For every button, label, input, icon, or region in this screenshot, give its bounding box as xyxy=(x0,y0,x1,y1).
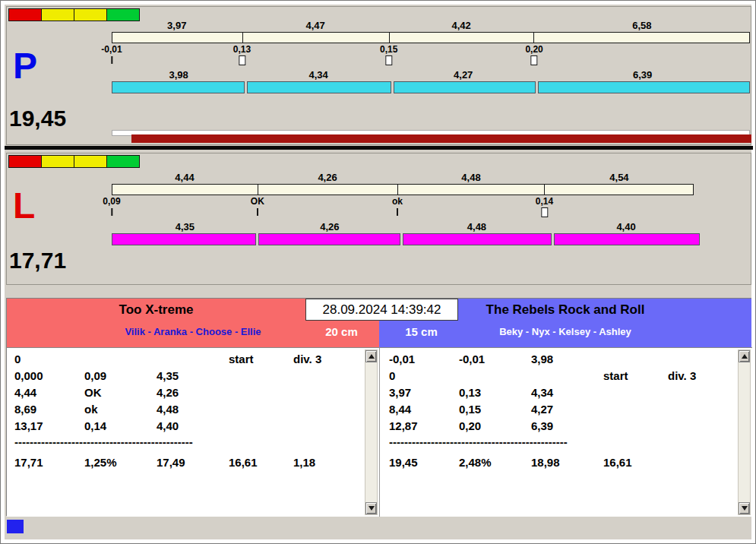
table-cell xyxy=(229,368,293,384)
tick-marker-box xyxy=(239,55,245,65)
table-row: 0,0000,094,35 xyxy=(14,368,379,384)
table-cell: 4,40 xyxy=(157,418,229,435)
tick-2: ok xyxy=(392,196,403,216)
tick-3: 0,20 xyxy=(525,44,542,65)
table-cell xyxy=(531,368,603,384)
lane-L-splits-bar xyxy=(112,233,700,245)
scroll-down-button[interactable] xyxy=(739,502,750,514)
table-row: 0startdiv. 3 xyxy=(389,368,752,384)
tick-0: -0,01 xyxy=(101,44,122,64)
legend-red-segment xyxy=(8,155,42,168)
table-cell: 19,45 xyxy=(389,454,459,471)
tick-label: 0,13 xyxy=(233,44,251,55)
table-cell xyxy=(459,368,531,384)
table-row: 13,170,144,40 xyxy=(14,418,379,435)
table-separator: ----------------------------------------… xyxy=(389,436,752,448)
split-label: 4,26 xyxy=(258,221,402,233)
table-cell: 4,26 xyxy=(157,384,229,401)
table-rows: -0,01-0,013,980startdiv. 33,970,134,348,… xyxy=(389,351,752,435)
lane-L-bars: 4,44 4,26 4,48 4,54 0,09 OK xyxy=(112,172,750,245)
upper-splits-bar xyxy=(112,184,694,195)
lane-P-splits-bar xyxy=(112,81,750,93)
team-right-distance: 15 cm xyxy=(393,325,450,338)
arrow-down-icon xyxy=(742,506,748,511)
section-divider xyxy=(5,146,753,150)
table-rows: 0startdiv. 30,0000,094,354,44OK4,268,69o… xyxy=(14,351,379,435)
table-row: 4,44OK4,26 xyxy=(14,384,379,401)
race-progress-fill xyxy=(131,134,751,143)
results-table-right: -0,01-0,013,980startdiv. 33,970,134,348,… xyxy=(379,347,752,517)
split-segment xyxy=(112,233,256,245)
split-segment xyxy=(554,233,701,245)
table-cell: 0,000 xyxy=(14,368,84,384)
table-cell: 18,98 xyxy=(531,454,603,471)
table-cell xyxy=(603,384,668,401)
table-cell: 16,61 xyxy=(603,454,668,471)
scrollbar-right[interactable] xyxy=(738,349,751,515)
split-label: 4,27 xyxy=(391,69,535,81)
table-cell: 3,97 xyxy=(389,384,459,401)
split-label: 3,97 xyxy=(112,20,242,32)
table-row: 12,870,206,39 xyxy=(389,418,752,435)
table-row: 8,69ok4,48 xyxy=(14,401,379,418)
team-left-name: Too X-treme xyxy=(7,302,305,318)
split-segment xyxy=(545,185,693,195)
results-table-left: 0startdiv. 30,0000,094,354,44OK4,268,69o… xyxy=(7,347,379,517)
tick-label: 0,09 xyxy=(103,196,120,207)
table-cell: -0,01 xyxy=(459,351,531,368)
tick-label: -0,01 xyxy=(101,44,122,55)
tick-marker-line xyxy=(397,208,398,216)
scroll-up-button[interactable] xyxy=(739,350,750,362)
table-cell: OK xyxy=(84,384,157,401)
lane-P-total: 19,45 xyxy=(9,107,66,130)
table-cell: 1,25% xyxy=(84,454,157,471)
tick-marker-line xyxy=(257,208,258,216)
table-totals-row: 19,452,48%18,9816,61 xyxy=(389,454,752,471)
split-label: 4,34 xyxy=(245,69,391,81)
table-cell xyxy=(229,418,293,435)
legend-yellow2-segment xyxy=(74,8,107,21)
split-label: 4,47 xyxy=(242,20,389,32)
table-cell: 8,69 xyxy=(14,401,84,418)
split-label: 4,48 xyxy=(401,221,552,233)
tick-marker-box xyxy=(541,207,548,217)
datetime-display: 28.09.2024 14:39:42 xyxy=(305,299,458,321)
table-cell: 4,27 xyxy=(531,401,603,418)
signal-legend xyxy=(9,155,140,168)
tick-label: ok xyxy=(392,196,403,207)
split-label: 4,42 xyxy=(389,20,534,32)
table-cell xyxy=(229,384,293,401)
tick-label: 0,15 xyxy=(380,44,397,55)
split-segment xyxy=(243,33,390,43)
upper-split-labels: 3,97 4,47 4,42 6,58 xyxy=(112,20,750,32)
tick-marker-line xyxy=(111,56,112,64)
table-cell: 4,35 xyxy=(157,368,229,384)
tick-marker-box xyxy=(385,55,392,65)
table-cell: 6,39 xyxy=(531,418,603,435)
split-label: 6,58 xyxy=(534,20,750,32)
scrollbar-left[interactable] xyxy=(365,349,378,515)
table-cell: ok xyxy=(84,401,157,418)
table-cell: 3,98 xyxy=(531,351,603,368)
table-cell: 0,14 xyxy=(84,418,157,435)
table-cell: 17,71 xyxy=(14,454,84,471)
split-label: 4,44 xyxy=(112,172,258,184)
split-segment xyxy=(534,33,749,43)
split-label: 4,35 xyxy=(112,221,258,233)
table-totals-row: 17,711,25%17,4916,611,18 xyxy=(14,454,379,471)
table-row: 8,440,154,27 xyxy=(389,401,752,418)
table-cell: start xyxy=(229,351,293,368)
table-cell xyxy=(603,351,668,368)
table-row: -0,01-0,013,98 xyxy=(389,351,752,368)
split-segment xyxy=(394,81,536,93)
scroll-up-button[interactable] xyxy=(365,350,377,362)
scroll-down-button[interactable] xyxy=(365,502,377,514)
table-cell: 4,44 xyxy=(14,384,84,401)
table-cell xyxy=(157,351,229,368)
lane-L-total: 17,71 xyxy=(9,249,66,272)
table-cell xyxy=(229,401,293,418)
table-cell: 4,48 xyxy=(157,401,229,418)
table-cell: 16,61 xyxy=(229,454,293,471)
split-segment xyxy=(390,33,535,43)
table-cell xyxy=(603,418,668,435)
